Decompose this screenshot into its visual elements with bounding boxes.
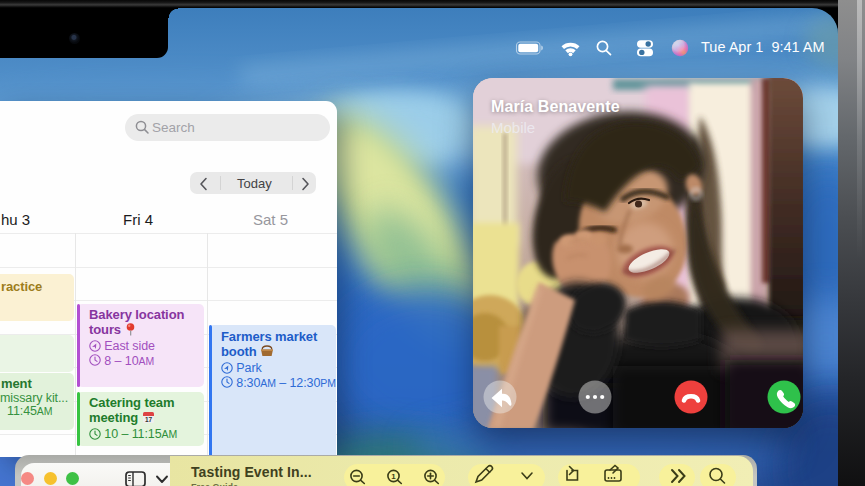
- svg-text:1: 1: [391, 472, 396, 481]
- svg-text:17: 17: [145, 416, 153, 423]
